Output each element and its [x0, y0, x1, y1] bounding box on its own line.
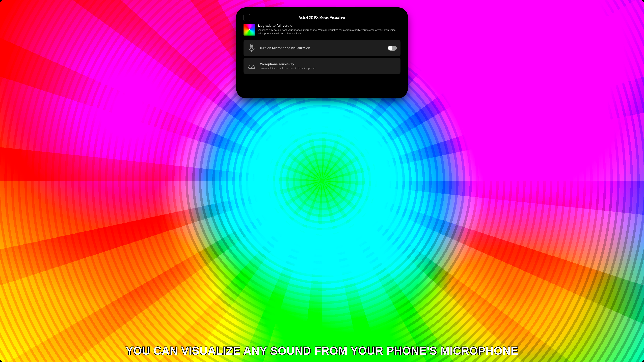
mic-visualization-row[interactable]: Turn on Microphone visualization [244, 40, 400, 56]
app-title: Astral 3D FX Music Visualizer [298, 15, 346, 19]
app-header: Astral 3D FX Music Visualizer [240, 12, 404, 22]
svg-point-7 [251, 67, 252, 68]
promo-heading: Upgrade to full version! [258, 24, 400, 28]
back-arrow-icon [245, 15, 248, 19]
marketing-caption: YOU CAN VISUALIZE ANY SOUND FROM YOUR PH… [26, 345, 618, 357]
gauge-icon [247, 61, 256, 71]
phone-frame: Astral 3D FX Music Visualizer Upgrade to… [238, 9, 406, 96]
upgrade-promo[interactable]: Upgrade to full version! Visualize any s… [244, 22, 400, 38]
mic-sensitivity-row[interactable]: Microphone sensitivity How much the visu… [244, 58, 400, 74]
toggle-knob [388, 46, 392, 50]
mic-visualization-label: Turn on Microphone visualization [260, 46, 384, 50]
app-screen: Astral 3D FX Music Visualizer Upgrade to… [240, 12, 404, 94]
mic-visualization-toggle[interactable] [388, 45, 397, 51]
back-button[interactable] [244, 14, 250, 21]
mic-sensitivity-sub: How much the visualizers react to the mi… [260, 67, 397, 69]
promo-body: Visualize any sound from your phone's mi… [258, 28, 400, 35]
mic-sensitivity-label: Microphone sensitivity [260, 62, 397, 66]
microphone-icon [247, 43, 256, 53]
starburst-icon [244, 24, 255, 35]
